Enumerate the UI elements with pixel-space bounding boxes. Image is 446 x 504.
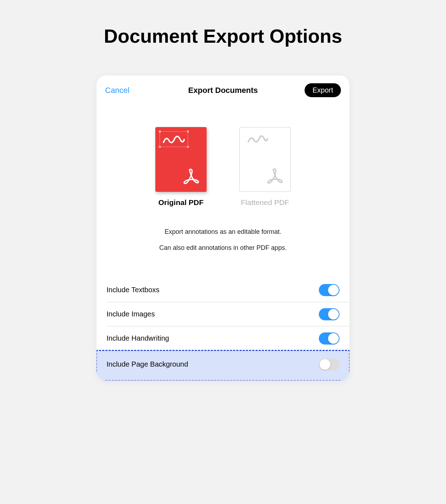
toggle-label: Include Page Background (107, 360, 188, 368)
option-original-pdf[interactable]: Original PDF (155, 127, 207, 207)
toggle-switch-handwriting[interactable] (319, 332, 339, 345)
modal-title: Export Documents (188, 86, 258, 95)
adobe-icon (265, 167, 285, 187)
option-flattened-pdf[interactable]: Flattened PDF (239, 127, 291, 207)
format-options: Original PDF Flattened PDF (97, 127, 349, 207)
toggle-label: Include Textboxs (107, 286, 160, 294)
selection-box-icon (160, 131, 188, 147)
cancel-button[interactable]: Cancel (105, 86, 129, 95)
toggle-row-images: Include Images (97, 302, 349, 326)
toggle-list: Include Textboxs Include Images Include … (97, 278, 349, 380)
export-modal: Cancel Export Documents Export Original … (97, 75, 349, 380)
export-button[interactable]: Export (305, 83, 341, 97)
toggle-switch-page-background[interactable] (319, 358, 339, 371)
page-title: Document Export Options (0, 25, 446, 47)
option-label-original: Original PDF (155, 198, 207, 207)
flattened-pdf-card (239, 127, 291, 192)
toggle-row-handwriting: Include Handwriting (97, 326, 349, 351)
format-description: Export annotations as an editable format… (97, 227, 349, 253)
toggle-row-page-background: Include Page Background (97, 351, 349, 380)
adobe-icon (182, 167, 202, 187)
toggle-switch-images[interactable] (319, 308, 339, 320)
description-line-2: Can also edit annotations in other PDF a… (97, 243, 349, 253)
option-label-flattened: Flattened PDF (239, 198, 291, 207)
toggle-switch-textboxs[interactable] (319, 284, 339, 296)
scribble-icon (246, 132, 271, 147)
toggle-row-textboxs: Include Textboxs (97, 278, 349, 302)
toggle-label: Include Handwriting (107, 334, 169, 342)
toggle-label: Include Images (107, 310, 155, 318)
original-pdf-card (155, 127, 207, 192)
description-line-1: Export annotations as an editable format… (97, 227, 349, 237)
modal-header: Cancel Export Documents Export (97, 75, 349, 102)
